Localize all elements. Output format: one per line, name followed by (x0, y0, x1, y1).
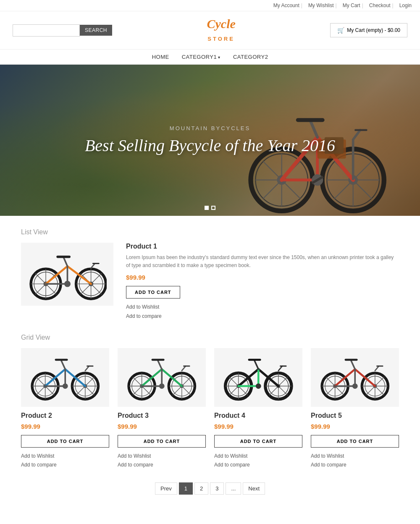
product-2: Product 2 $99.99 ADD TO CART Add to Wish… (21, 348, 109, 470)
svg-rect-19 (296, 118, 325, 122)
navigation: HOME CATEGORY1 CATEGORY2 (0, 50, 420, 65)
list-view-label: List View (21, 228, 399, 236)
carousel-dot-1[interactable] (205, 206, 209, 210)
svg-line-70 (85, 366, 89, 371)
nav-category1[interactable]: CATEGORY1 (182, 54, 220, 60)
svg-line-93 (182, 366, 186, 371)
product-2-compare[interactable]: Add to compare (21, 461, 109, 470)
product-3-image (118, 348, 206, 407)
product-1-image (21, 243, 113, 306)
svg-rect-138 (344, 359, 357, 361)
product-1-info: Product 1 Lorem Ipsum has been the indus… (126, 243, 399, 321)
main-content: List View (0, 216, 420, 511)
product-4-wishlist[interactable]: Add to Wishlist (214, 452, 302, 461)
product-5-wishlist[interactable]: Add to Wishlist (311, 452, 399, 461)
product-5-compare[interactable]: Add to compare (311, 461, 399, 470)
product-2-name: Product 2 (21, 412, 109, 419)
cart-button[interactable]: 🛒 My Cart (empty) - $0.00 (330, 23, 407, 37)
svg-rect-69 (55, 359, 68, 361)
pagination-page-1[interactable]: 1 (179, 482, 193, 495)
svg-line-91 (158, 361, 162, 369)
nav-home[interactable]: HOME (152, 54, 169, 60)
product-1-description: Lorem Ipsum has been the industry's stan… (126, 254, 399, 270)
product-5-price: $99.99 (311, 423, 399, 430)
hero-text: MOUNTAIN BYCYCLES Best Selling Bycycle o… (85, 125, 335, 156)
svg-rect-115 (248, 359, 261, 361)
pagination-page-2[interactable]: 2 (194, 482, 208, 495)
search-button[interactable]: SEARCH (80, 25, 112, 36)
pagination-prev[interactable]: Prev (155, 482, 177, 495)
grid-view-items: Product 2 $99.99 ADD TO CART Add to Wish… (21, 348, 399, 470)
header: SEARCH Cycle STORE 🛒 My Cart (empty) - $… (0, 11, 420, 50)
product-2-add-to-cart[interactable]: ADD TO CART (21, 435, 109, 448)
svg-line-65 (65, 369, 85, 386)
product-5-actions: Add to Wishlist Add to compare (311, 452, 399, 470)
hero-subtitle: MOUNTAIN BYCYCLES (85, 125, 335, 131)
svg-line-45 (63, 257, 67, 267)
product-3-actions: Add to Wishlist Add to compare (118, 452, 206, 470)
svg-rect-92 (151, 359, 164, 361)
product-2-wishlist[interactable]: Add to Wishlist (21, 452, 109, 461)
grid-view-section: Grid View (21, 334, 399, 470)
search-input[interactable] (13, 24, 80, 37)
my-wishlist-link[interactable]: My Wishlist (308, 3, 334, 8)
search-area: SEARCH (13, 24, 112, 37)
svg-line-20 (353, 130, 360, 140)
pagination-ellipsis: ... (226, 482, 241, 495)
product-3-compare[interactable]: Add to compare (118, 461, 206, 470)
product-1-wishlist[interactable]: Add to Wishlist (126, 303, 399, 312)
svg-rect-46 (56, 256, 71, 258)
svg-line-114 (255, 361, 258, 369)
svg-point-49 (64, 281, 71, 287)
nav-category2[interactable]: CATEGORY2 (233, 54, 268, 60)
svg-point-118 (256, 383, 261, 389)
site-logo[interactable]: Cycle STORE (207, 18, 236, 43)
product-4-price: $99.99 (214, 423, 302, 430)
product-1-add-to-cart[interactable]: ADD TO CART (126, 286, 180, 299)
pagination: Prev 1 2 3 ... Next (21, 482, 399, 495)
product-1-name: Product 1 (126, 243, 399, 250)
svg-line-133 (335, 369, 355, 386)
cart-icon: 🛒 (337, 27, 344, 34)
pagination-page-3[interactable]: 3 (210, 482, 224, 495)
hero-banner: MOUNTAIN BYCYCLES Best Selling Bycycle o… (0, 65, 420, 216)
product-1-price: $99.99 (126, 274, 399, 281)
product-5-image (311, 348, 399, 407)
svg-line-116 (278, 366, 282, 371)
product-1-compare[interactable]: Add to compare (126, 312, 399, 321)
my-cart-link[interactable]: My Cart (343, 3, 360, 8)
checkout-link[interactable]: Checkout (369, 3, 391, 8)
product-1-actions: Add to Wishlist Add to compare (126, 303, 399, 321)
svg-line-47 (91, 264, 94, 268)
product-3-add-to-cart[interactable]: ADD TO CART (118, 435, 206, 448)
product-5: Product 5 $99.99 ADD TO CART Add to Wish… (311, 348, 399, 470)
product-4-image (214, 348, 302, 407)
svg-line-111 (258, 369, 278, 386)
product-2-price: $99.99 (21, 423, 109, 430)
my-account-link[interactable]: My Account (273, 3, 299, 8)
svg-point-141 (352, 383, 358, 389)
product-3: Product 3 $99.99 ADD TO CART Add to Wish… (118, 348, 206, 470)
svg-line-110 (238, 369, 258, 386)
svg-line-134 (355, 369, 375, 386)
pagination-next[interactable]: Next (243, 482, 265, 495)
product-5-add-to-cart[interactable]: ADD TO CART (311, 435, 399, 448)
product-3-price: $99.99 (118, 423, 206, 430)
product-4-add-to-cart[interactable]: ADD TO CART (214, 435, 302, 448)
top-bar: My Account | My Wishlist | My Cart | Che… (0, 0, 420, 11)
login-link[interactable]: Login (399, 3, 412, 8)
svg-line-68 (61, 361, 65, 369)
product-4-actions: Add to Wishlist Add to compare (214, 452, 302, 470)
svg-line-88 (162, 369, 182, 386)
svg-point-95 (159, 383, 165, 389)
svg-line-139 (375, 366, 379, 371)
product-4-compare[interactable]: Add to compare (214, 461, 302, 470)
product-2-actions: Add to Wishlist Add to compare (21, 452, 109, 470)
product-3-name: Product 3 (118, 412, 206, 419)
carousel-dot-2[interactable] (211, 206, 215, 210)
svg-point-72 (63, 383, 68, 389)
hero-carousel-dots (205, 206, 215, 210)
product-3-wishlist[interactable]: Add to Wishlist (118, 452, 206, 461)
hero-title: Best Selling Bycycle of the Year 2016 (85, 136, 335, 156)
svg-line-64 (45, 369, 65, 386)
